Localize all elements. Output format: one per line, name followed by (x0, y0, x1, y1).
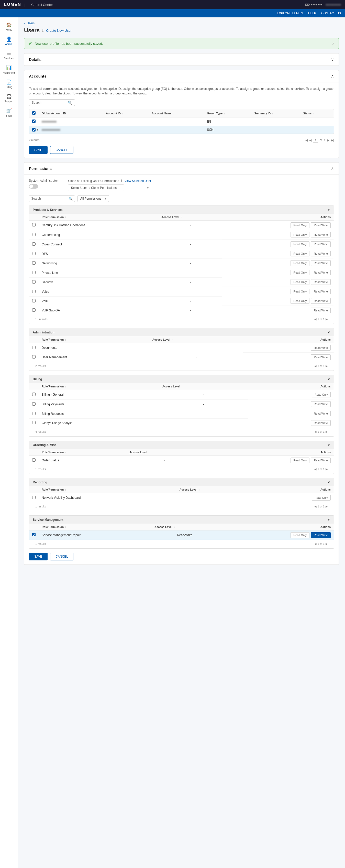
details-section-header[interactable]: Details ∨ (24, 54, 339, 65)
read-write-btn-0-1[interactable]: Read/Write (311, 232, 331, 238)
perm-checkbox-0-8[interactable] (32, 299, 36, 303)
perms-cancel-button[interactable]: CANCEL (50, 553, 73, 560)
perm-next-btn-3[interactable]: ▶ (325, 467, 327, 471)
accounts-select-all-checkbox[interactable] (32, 111, 36, 115)
info-icon[interactable]: ℹ (42, 28, 43, 32)
perm-next-btn-5[interactable]: ▶ (325, 542, 327, 546)
perm-checkbox-1-0[interactable] (32, 346, 36, 349)
first-page-btn[interactable]: |◀ (305, 138, 308, 142)
contact-us-link[interactable]: CONTACT US (321, 11, 341, 15)
perm-checkbox-0-2[interactable] (32, 242, 36, 246)
perm-group-header-0[interactable]: Products & Services∨ (29, 206, 334, 214)
perm-checkbox-0-5[interactable] (32, 271, 36, 274)
read-write-btn-2-1[interactable]: Read/Write (311, 401, 331, 407)
help-link[interactable]: HELP (308, 11, 316, 15)
prev-page-btn[interactable]: ◀ (309, 138, 312, 142)
perm-checkbox-5-0[interactable] (32, 533, 36, 536)
perm-checkbox-0-1[interactable] (32, 233, 36, 236)
perm-checkbox-4-0[interactable] (32, 496, 36, 499)
close-icon[interactable]: ✕ (332, 42, 335, 45)
perm-group-header-1[interactable]: Administration∨ (29, 328, 334, 336)
perm-first-btn-5[interactable]: ◀ (314, 542, 316, 546)
perm-group-header-5[interactable]: Service Management∨ (29, 516, 334, 524)
sidebar-item-monitoring[interactable]: 📊 Monitoring (0, 62, 18, 77)
perm-next-btn-4[interactable]: ▶ (325, 505, 327, 508)
sidebar-item-services[interactable]: ☰ Services (0, 48, 18, 62)
sidebar-item-home[interactable]: 🏠 Home (0, 20, 18, 34)
read-write-btn-0-3[interactable]: Read/Write (311, 251, 331, 256)
read-only-btn-0-2[interactable]: Read Only (290, 241, 309, 247)
read-write-btn-0-6[interactable]: Read/Write (311, 279, 331, 285)
breadcrumb[interactable]: ‹ Users (24, 22, 339, 25)
perm-checkbox-2-2[interactable] (32, 412, 36, 415)
perm-first-btn-2[interactable]: ◀ (314, 430, 316, 433)
last-page-btn[interactable]: ▶| (331, 138, 334, 142)
create-new-user-link[interactable]: Create New User (46, 29, 72, 32)
read-only-btn-4-0[interactable]: Read Only (312, 495, 331, 500)
perm-first-btn-4[interactable]: ◀ (314, 505, 316, 508)
perm-first-btn-3[interactable]: ◀ (314, 467, 316, 471)
sidebar-item-admin[interactable]: 👤 Admin (0, 34, 18, 48)
perm-first-btn-0[interactable]: ◀ (314, 317, 316, 321)
perm-next-btn-0[interactable]: ▶ (325, 317, 327, 321)
perm-checkbox-0-0[interactable] (32, 223, 36, 226)
read-write-btn-1-1[interactable]: Read/Write (311, 354, 331, 360)
sidebar-item-support[interactable]: 🎧 Support (0, 91, 18, 105)
sidebar-item-billing[interactable]: 📄 Billing (0, 77, 18, 91)
read-write-btn-2-2[interactable]: Read/Write (311, 411, 331, 416)
read-write-btn-0-5[interactable]: Read/Write (311, 270, 331, 275)
perm-checkbox-0-4[interactable] (32, 261, 36, 265)
perm-checkbox-0-6[interactable] (32, 280, 36, 283)
view-selected-user-link[interactable]: View Selected User (124, 179, 151, 183)
read-only-btn-0-1[interactable]: Read Only (290, 232, 309, 238)
explore-lumen-link[interactable]: EXPLORE LUMEN (277, 11, 303, 15)
perm-group-header-2[interactable]: Billing∨ (29, 375, 334, 383)
read-write-btn-0-0[interactable]: Read/Write (311, 222, 331, 228)
expand-icon[interactable]: + (37, 128, 38, 131)
search-icon[interactable]: 🔍 (68, 100, 72, 105)
perm-search-input[interactable] (31, 197, 68, 200)
next-page-btn[interactable]: ▶ (327, 138, 330, 142)
accounts-section-header[interactable]: Accounts ∧ (24, 70, 339, 83)
accounts-cancel-button[interactable]: CANCEL (50, 146, 73, 154)
read-only-btn-0-8[interactable]: Read Only (290, 298, 309, 304)
perm-checkbox-0-3[interactable] (32, 252, 36, 255)
perm-next-btn-2[interactable]: ▶ (325, 430, 327, 433)
row-checkbox-1[interactable] (32, 120, 36, 123)
read-only-btn-0-5[interactable]: Read Only (290, 270, 309, 275)
perms-save-button[interactable]: SAVE (29, 553, 48, 560)
read-only-btn-3-0[interactable]: Read Only (290, 458, 309, 463)
read-only-btn-0-6[interactable]: Read Only (290, 279, 309, 285)
perm-checkbox-0-7[interactable] (32, 290, 36, 293)
read-write-btn-5-0[interactable]: Read/Write (311, 532, 331, 538)
permissions-section-header[interactable]: Permissions ∧ (24, 162, 339, 175)
sys-admin-toggle[interactable] (29, 184, 38, 189)
accounts-save-button[interactable]: SAVE (29, 146, 48, 154)
read-only-btn-2-0[interactable]: Read Only (312, 392, 331, 397)
sidebar-item-shop[interactable]: 🛒 Shop (0, 105, 18, 120)
perm-group-header-3[interactable]: Ordering & Misc∨ (29, 441, 334, 449)
perm-first-btn-1[interactable]: ◀ (314, 364, 316, 368)
read-only-btn-5-0[interactable]: Read Only (290, 532, 309, 538)
read-write-btn-1-0[interactable]: Read/Write (311, 345, 331, 350)
read-write-btn-0-7[interactable]: Read/Write (311, 289, 331, 294)
row-checkbox-2[interactable] (32, 128, 36, 131)
perm-group-header-4[interactable]: Reporting∨ (29, 478, 334, 486)
read-write-btn-0-4[interactable]: Read/Write (311, 260, 331, 266)
perm-checkbox-0-9[interactable] (32, 308, 36, 312)
clone-user-select[interactable]: Select User to Clone Permissions (68, 185, 124, 191)
perm-checkbox-1-1[interactable] (32, 355, 36, 359)
read-only-btn-0-0[interactable]: Read Only (290, 222, 309, 228)
perm-checkbox-2-3[interactable] (32, 421, 36, 424)
perm-checkbox-2-1[interactable] (32, 402, 36, 406)
read-write-btn-2-3[interactable]: Read/Write (311, 420, 331, 426)
read-only-btn-0-7[interactable]: Read Only (290, 289, 309, 294)
read-write-btn-3-0[interactable]: Read/Write (311, 458, 331, 463)
search-icon-perms[interactable]: 🔍 (68, 197, 73, 200)
read-write-btn-0-8[interactable]: Read/Write (311, 298, 331, 304)
perm-next-btn-1[interactable]: ▶ (325, 364, 327, 368)
perm-checkbox-3-0[interactable] (32, 458, 36, 462)
read-write-btn-0-9[interactable]: Read/Write (311, 308, 331, 313)
accounts-search-input[interactable] (32, 101, 68, 104)
all-perms-select[interactable]: All Permissions (77, 195, 109, 202)
